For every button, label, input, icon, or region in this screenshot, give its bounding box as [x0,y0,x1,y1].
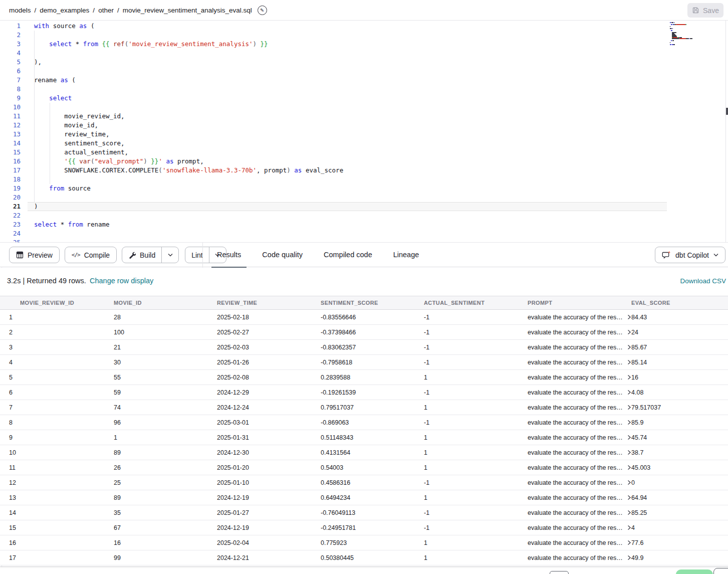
code-line[interactable]: 2 [0,31,343,40]
cell: 1 [424,449,528,456]
table-row[interactable]: 21002025-02-27-0.37398466-1evaluate the … [0,325,728,340]
expand-cell-icon[interactable] [627,374,631,380]
change-row-display-link[interactable]: Change row display [90,277,153,285]
code-line[interactable]: 25 [0,238,343,242]
table-row[interactable]: 12252025-01-100.4586316-1evaluate the ac… [0,475,728,490]
footer-green-pill-partial[interactable] [676,569,713,574]
expand-cell-icon[interactable] [627,390,631,395]
expand-cell-icon[interactable] [627,329,631,335]
table-row[interactable]: 3212025-02-03-0.83062357-1evaluate the a… [0,340,728,355]
compile-button[interactable]: </> Compile [65,247,117,263]
cell: 16 [631,374,728,381]
edit-file-icon[interactable]: ✎ [258,6,267,15]
expand-cell-icon[interactable] [627,405,631,410]
table-row[interactable]: 10892024-12-300.41315641evaluate the acc… [0,445,728,460]
column-header-actual_sentiment[interactable]: ACTUAL_SENTIMENT [424,300,528,306]
expand-cell-icon[interactable] [627,450,631,455]
breadcrumb-item[interactable]: other [98,7,114,14]
download-csv-link[interactable]: Download CSV [680,277,726,285]
breadcrumb-item[interactable]: movie_review_sentiment_analysis_eval.sql [123,7,252,14]
code-line[interactable]: 16 '{{ var("eval_prompt") }}' as prompt, [0,157,343,166]
build-button[interactable]: Build [122,247,161,263]
column-header-sentiment_score[interactable]: SENTIMENT_SCORE [321,300,424,306]
expand-cell-icon[interactable] [627,314,631,320]
expand-cell-icon[interactable] [627,420,631,425]
code-line[interactable]: 19 from source [0,184,343,193]
expand-cell-icon[interactable] [627,435,631,440]
code-line[interactable]: 13 review_time, [0,130,343,139]
code-line[interactable]: 3 select * from {{ ref('movie_review_sen… [0,40,343,49]
code-line[interactable]: 21) [0,202,343,211]
column-header-review_time[interactable]: REVIEW_TIME [217,300,321,306]
footer-button-partial[interactable] [713,568,728,574]
cell: 8 [0,419,114,426]
column-header-movie_review_id[interactable]: MOVIE_REVIEW_ID [0,300,114,306]
table-row[interactable]: 16162025-02-040.7759231evaluate the accu… [0,535,728,550]
build-dropdown-button[interactable] [162,247,178,263]
code-line[interactable]: 20 [0,193,343,202]
table-row[interactable]: 15672024-12-19-0.24951781-1evaluate the … [0,520,728,535]
code-line[interactable]: 23select * from rename [0,220,343,229]
prompt-preview: evaluate the accuracy of the res… [528,509,623,516]
code-line[interactable]: 15 actual_sentiment, [0,148,343,157]
save-button[interactable]: Save [687,3,723,18]
code-line[interactable]: 8 [0,85,343,94]
code-line[interactable]: 6 [0,67,343,76]
table-row[interactable]: 912025-01-310.511483431evaluate the accu… [0,430,728,445]
tab-lineage[interactable]: Lineage [383,243,430,268]
table-row[interactable]: 13892024-12-190.64942341evaluate the acc… [0,490,728,505]
scrollbar-thumb[interactable] [726,108,728,115]
column-header-movie_id[interactable]: MOVIE_ID [114,300,217,306]
cell: -1 [424,509,528,516]
expand-cell-icon[interactable] [627,555,631,560]
tab-results[interactable]: Results [206,243,252,268]
column-header-eval_score[interactable]: EVAL_SCORE [631,300,728,306]
table-row[interactable]: 14352025-01-27-0.76049113-1evaluate the … [0,505,728,520]
code-line[interactable]: 7rename as ( [0,76,343,85]
expand-cell-icon[interactable] [627,480,631,485]
code-line[interactable]: 12 movie_id, [0,121,343,130]
code-line[interactable]: 17 SNOWFLAKE.CORTEX.COMPLETE('snowflake-… [0,166,343,175]
dbt-copilot-button[interactable]: dbt Copilot [655,247,725,263]
tab-code-quality[interactable]: Code quality [252,243,313,268]
table-row[interactable]: 1282025-02-18-0.83556646-1evaluate the a… [0,310,728,325]
column-header-prompt[interactable]: PROMPT [528,300,631,306]
expand-cell-icon[interactable] [627,540,631,545]
prompt-preview: evaluate the accuracy of the res… [528,314,623,321]
topbar: models/demo_examples/other/movie_review_… [0,0,728,21]
table-row[interactable]: 11262025-01-200.540031evaluate the accur… [0,460,728,475]
table-row[interactable]: 7742024-12-240.795170371evaluate the acc… [0,400,728,415]
expand-cell-icon[interactable] [627,344,631,350]
table-row[interactable]: 6592024-12-29-0.19261539-1evaluate the a… [0,385,728,400]
code-line[interactable]: 14 sentiment_score, [0,139,343,148]
code-line[interactable]: 22 [0,211,343,220]
table-row[interactable]: 4302025-01-26-0.7958618-1evaluate the ac… [0,355,728,370]
code-line[interactable]: 1with source as ( [0,22,343,31]
code-line[interactable]: 9 select [0,94,343,103]
expand-cell-icon[interactable] [627,465,631,470]
expand-cell-icon[interactable] [627,510,631,515]
code-line[interactable]: 18 [0,175,343,184]
line-number: 21 [0,202,28,211]
code-line[interactable]: 5), [0,58,343,67]
cell: -0.76049113 [321,509,424,516]
code-line[interactable]: 4 [0,49,343,58]
tab-compiled-code[interactable]: Compiled code [313,243,383,268]
code-line[interactable]: 24 [0,229,343,238]
code-line[interactable]: 11 movie_review_id, [0,112,343,121]
breadcrumb-item[interactable]: demo_examples [40,7,89,14]
table-row[interactable]: 8962025-03-01-0.869063-1evaluate the acc… [0,415,728,430]
expand-cell-icon[interactable] [627,495,631,500]
minimap[interactable] [670,22,725,47]
breadcrumb-item[interactable]: models [9,7,31,14]
code-line[interactable]: 10 [0,103,343,112]
expand-cell-icon[interactable] [627,359,631,365]
code-editor[interactable]: 1with source as (23 select * from {{ ref… [0,21,728,242]
cell: 55 [114,374,217,381]
lint-button[interactable]: Lint [185,247,209,263]
table-row[interactable]: 5552025-02-080.28395881evaluate the accu… [0,370,728,385]
expand-cell-icon[interactable] [627,525,631,530]
footer-button-partial[interactable] [550,571,569,574]
preview-button[interactable]: Preview [9,247,60,263]
table-row[interactable]: 17992024-12-210.503804451evaluate the ac… [0,550,728,565]
